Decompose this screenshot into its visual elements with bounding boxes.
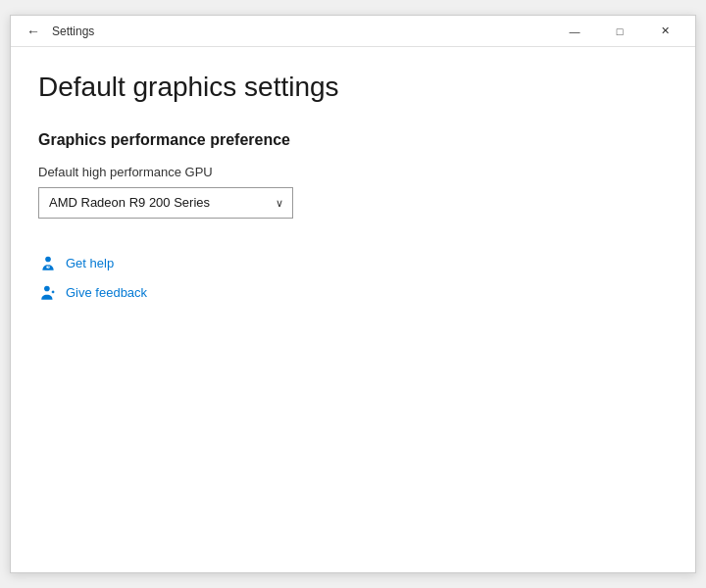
give-feedback-icon bbox=[38, 283, 58, 303]
give-feedback-link-item[interactable]: Give feedback bbox=[38, 283, 668, 303]
window-controls: — □ ✕ bbox=[552, 16, 687, 47]
get-help-icon: ? bbox=[38, 254, 58, 273]
settings-window: ← Settings — □ ✕ Default graphics settin… bbox=[10, 15, 696, 573]
give-feedback-link[interactable]: Give feedback bbox=[66, 285, 147, 300]
section-title: Graphics performance preference bbox=[38, 131, 668, 149]
get-help-link-item[interactable]: ? Get help bbox=[38, 254, 668, 273]
back-button[interactable]: ← bbox=[23, 23, 44, 40]
title-bar: ← Settings — □ ✕ bbox=[11, 16, 695, 47]
svg-point-3 bbox=[44, 285, 50, 291]
links-section: ? Get help Give feedback bbox=[38, 254, 668, 303]
page-title: Default graphics settings bbox=[38, 71, 668, 104]
svg-text:?: ? bbox=[46, 265, 49, 270]
title-bar-left: ← Settings bbox=[23, 23, 94, 40]
gpu-dropdown[interactable]: AMD Radeon R9 200 Series NVIDIA GeForce … bbox=[38, 187, 293, 219]
gpu-dropdown-wrapper: AMD Radeon R9 200 Series NVIDIA GeForce … bbox=[38, 187, 293, 219]
close-button[interactable]: ✕ bbox=[642, 16, 687, 47]
content-area: Default graphics settings Graphics perfo… bbox=[11, 47, 695, 572]
field-label: Default high performance GPU bbox=[38, 165, 668, 179]
maximize-button[interactable]: □ bbox=[597, 16, 642, 47]
minimize-button[interactable]: — bbox=[552, 16, 597, 47]
svg-point-0 bbox=[45, 256, 51, 262]
get-help-link[interactable]: Get help bbox=[66, 256, 114, 270]
window-title: Settings bbox=[52, 24, 94, 38]
